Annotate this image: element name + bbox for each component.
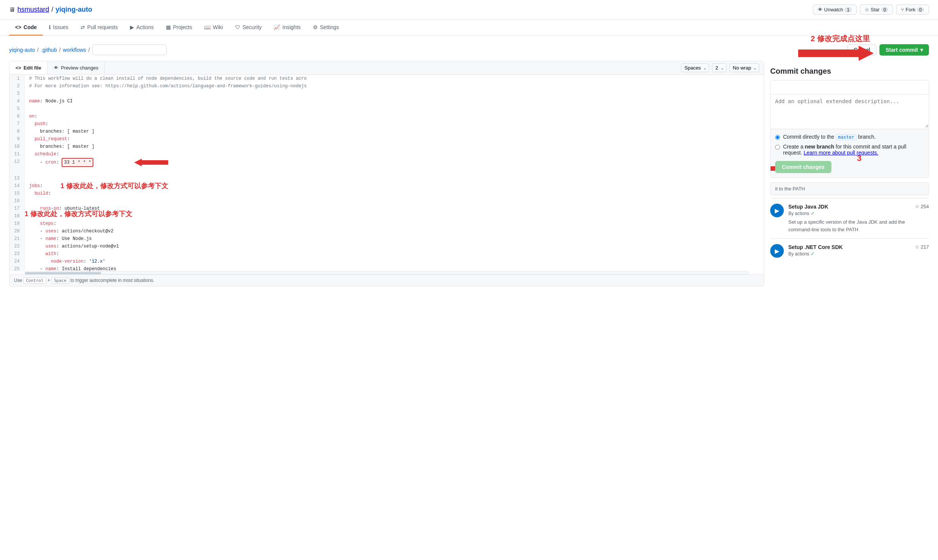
tab-security[interactable]: 🛡 Security: [229, 20, 268, 36]
indent-select[interactable]: 2: [712, 63, 726, 72]
marketplace-items: it to the PATH ▶ Setup Java JDK By actio…: [770, 183, 929, 263]
wrap-select[interactable]: No wrap: [729, 63, 759, 72]
commit-panel: Commit changes Update node.js.yml Commit…: [770, 61, 929, 286]
breadcrumb-folder1[interactable]: .github: [41, 47, 57, 53]
tab-issues-label: Issues: [53, 24, 68, 30]
breadcrumb-repo[interactable]: yiqing-auto: [9, 47, 35, 53]
code-line-21: 21 - name: Use Node.js: [9, 235, 764, 243]
fork-count: 0: [917, 7, 924, 12]
dotnet-item-stars: ☆ 217: [915, 244, 929, 250]
radio-new-branch[interactable]: Create a new branch for this commit and …: [775, 144, 924, 156]
java-item-header: Setup Java JDK By actions ✓ ☆ 254: [788, 204, 929, 216]
start-commit-button[interactable]: Start commit ▾: [879, 44, 929, 56]
projects-icon: ▦: [166, 24, 171, 30]
tab-code[interactable]: <> Code: [9, 20, 43, 36]
fork-button[interactable]: ⑂ Fork 0: [896, 5, 929, 15]
dotnet-item-author: By actions ✓: [788, 251, 843, 257]
commit-form: Update node.js.yml Commit directly to th…: [770, 80, 929, 178]
tab-projects-label: Projects: [173, 24, 192, 30]
horizontal-scrollbar[interactable]: [25, 271, 749, 274]
commit-radio-group: Commit directly to the master branch. Cr…: [775, 134, 924, 156]
code-line-9: 9 pull_request:: [9, 135, 764, 143]
fork-icon: ⑂: [901, 7, 904, 12]
preview-label: Preview changes: [61, 65, 98, 71]
branch-badge: master: [836, 134, 856, 140]
spaces-select[interactable]: Spaces: [681, 63, 709, 72]
fork-label: Fork: [905, 7, 915, 12]
breadcrumb-sep1: /: [37, 47, 39, 53]
radio-new-branch-label: Create a new branch for this commit and …: [783, 144, 924, 156]
annotation-arrow-1-small: [134, 159, 168, 166]
commit-message-input[interactable]: Update node.js.yml: [771, 80, 929, 94]
code-line-24: 24 node-version: '12.x': [9, 258, 764, 265]
code-line-14: 14 jobs:: [9, 182, 764, 190]
java-item-desc: Set up a specific version of the Java JD…: [788, 218, 929, 233]
repo-name-link[interactable]: yiqing-auto: [56, 6, 92, 14]
dotnet-item-content: Setup .NET Core SDK By actions ✓ ☆ 217: [788, 244, 929, 257]
wrap-select-wrapper: No wrap: [729, 63, 759, 72]
filename-input[interactable]: node.js.yml: [92, 45, 167, 55]
radio-new-branch-input[interactable]: [775, 145, 780, 150]
breadcrumb-folder2[interactable]: workflows: [63, 47, 86, 53]
pull-requests-icon: ⇄: [80, 24, 85, 30]
breadcrumb-sep3: /: [88, 47, 90, 53]
commit-description-textarea[interactable]: [771, 94, 929, 128]
commit-form-footer: Commit directly to the master branch. Cr…: [771, 129, 929, 178]
commit-changes-button[interactable]: Commit changes: [775, 161, 831, 173]
tab-insights[interactable]: 📈 Insights: [268, 20, 306, 36]
tab-wiki-label: Wiki: [213, 24, 223, 30]
java-item-stars: ☆ 254: [915, 204, 929, 209]
code-line-8: 8 branches: [ master ]: [9, 128, 764, 135]
footer-plus: +: [47, 278, 51, 283]
dotnet-icon: ▶: [770, 244, 784, 258]
tab-projects[interactable]: ▦ Projects: [160, 20, 198, 36]
code-line-19: 19 steps:: [9, 220, 764, 227]
editor-settings: Spaces 2 No wrap: [676, 61, 764, 74]
repo-header: 🖥 hsmustard / yiqing-auto 👁 Unwatch 1 ☆ …: [0, 0, 938, 20]
code-line-20: 20 - uses: actions/checkout@v2: [9, 227, 764, 235]
start-commit-label: Start commit: [885, 47, 918, 53]
tab-preview-changes[interactable]: 👁 Preview changes: [48, 61, 105, 74]
actions-icon: ▶: [130, 24, 134, 30]
insights-icon: 📈: [274, 24, 280, 30]
wiki-icon: 📖: [204, 24, 211, 30]
tab-wiki[interactable]: 📖 Wiki: [198, 20, 229, 36]
tab-actions[interactable]: ▶ Actions: [124, 20, 160, 36]
code-line-2: 2 # For more information see: https://he…: [9, 82, 764, 90]
repo-monitor-icon: 🖥: [9, 6, 15, 13]
radio-direct-input[interactable]: [775, 135, 780, 140]
star-icon-dotnet: ☆: [915, 244, 919, 250]
java-item-author: By actions ✓: [788, 210, 828, 216]
star-icon: ☆: [865, 7, 869, 12]
control-key: Control: [23, 277, 46, 284]
star-icon-java: ☆: [915, 204, 919, 209]
code-editor[interactable]: 1 # This workflow will do a clean instal…: [9, 75, 764, 271]
security-icon: 🛡: [235, 24, 240, 30]
settings-icon: ⚙: [313, 24, 318, 30]
radio-direct-commit[interactable]: Commit directly to the master branch.: [775, 134, 924, 140]
code-line-5: 5: [9, 105, 764, 113]
star-label: Star: [871, 7, 880, 12]
breadcrumb: yiqing-auto / .github / workflows / node…: [9, 45, 167, 55]
java-item-name: Setup Java JDK: [788, 204, 828, 210]
code-line-23: 23 with:: [9, 250, 764, 258]
unwatch-count: 1: [845, 7, 852, 12]
svg-marker-2: [770, 164, 775, 173]
learn-more-link[interactable]: Learn more about pull requests.: [803, 150, 878, 156]
tab-issues[interactable]: ℹ Issues: [43, 20, 74, 36]
breadcrumb-sep2: /: [59, 47, 60, 53]
repo-owner-link[interactable]: hsmustard: [17, 6, 49, 14]
tab-edit-file[interactable]: <> Edit file: [9, 61, 48, 74]
editor-footer: Use Control + Space to trigger autocompl…: [9, 274, 764, 286]
dotnet-item-header: Setup .NET Core SDK By actions ✓ ☆ 217: [788, 244, 929, 257]
tab-pull-requests[interactable]: ⇄ Pull requests: [74, 20, 124, 36]
unwatch-button[interactable]: 👁 Unwatch 1: [813, 5, 857, 15]
start-commit-chevron: ▾: [920, 47, 923, 53]
annotation-1-text: 1 修改此处，修改方式可以参考下文: [25, 209, 132, 218]
spaces-select-wrapper: Spaces: [681, 63, 709, 72]
edit-file-label: Edit file: [23, 65, 41, 71]
star-button[interactable]: ☆ Star 0: [860, 5, 893, 15]
new-branch-bold: new branch: [805, 144, 834, 150]
edit-icon: <>: [15, 65, 21, 71]
tab-settings[interactable]: ⚙ Settings: [307, 20, 345, 36]
